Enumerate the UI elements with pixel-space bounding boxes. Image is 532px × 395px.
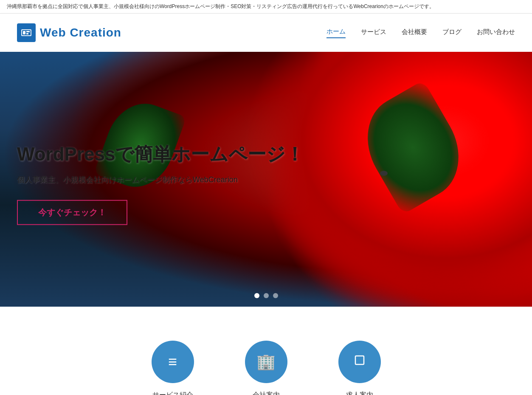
hero-title: WordPressで簡単ホームページ！ <box>17 142 304 166</box>
banner-text: 沖縄県那覇市を拠点に全国対応で個人事業主、小規模会社様向けのWordPressホ… <box>7 3 434 9</box>
feature-service-circle: ≡ <box>152 341 194 383</box>
feature-recruit-icon <box>352 353 367 372</box>
nav-about[interactable]: 会社概要 <box>402 28 427 38</box>
feature-recruit[interactable]: 求人案内 <box>338 341 381 395</box>
nav-service[interactable]: サービス <box>361 28 386 38</box>
logo-icon <box>17 23 36 42</box>
feature-recruit-circle <box>338 341 381 383</box>
top-banner: 沖縄県那覇市を拠点に全国対応で個人事業主、小規模会社様向けのWordPressホ… <box>0 0 532 14</box>
svg-rect-4 <box>26 33 28 34</box>
logo-area[interactable]: Web Creation <box>17 23 121 42</box>
header: Web Creation ホーム サービス 会社概要 ブログ お問い合わせ <box>0 14 532 52</box>
slider-dots <box>254 293 278 298</box>
feature-recruit-label: 求人案内 <box>346 391 373 395</box>
svg-rect-5 <box>355 356 364 364</box>
nav-home[interactable]: ホーム <box>327 28 346 38</box>
hero-cta-button[interactable]: 今すぐチェック！ <box>17 200 127 225</box>
features-section: ≡ サービス紹介 🏢 会社案内 求人案内 <box>0 307 532 395</box>
logo-text: Web Creation <box>40 26 121 40</box>
slider-dot-3[interactable] <box>273 293 278 298</box>
slider-dot-2[interactable] <box>264 293 269 298</box>
hero-subtitle: 個人事業主、小規模会社向けホームページ制作ならWebCrearion <box>17 175 304 185</box>
svg-rect-3 <box>26 31 30 32</box>
hero-content: WordPressで簡単ホームページ！ 個人事業主、小規模会社向けホームページ制… <box>17 142 304 225</box>
feature-service-icon: ≡ <box>168 353 177 371</box>
slider-dot-1[interactable] <box>254 293 259 298</box>
svg-rect-2 <box>23 31 25 34</box>
feature-company-circle: 🏢 <box>245 341 287 383</box>
feature-company[interactable]: 🏢 会社案内 <box>245 341 287 395</box>
main-nav: ホーム サービス 会社概要 ブログ お問い合わせ <box>327 28 515 38</box>
nav-contact[interactable]: お問い合わせ <box>477 28 515 38</box>
feature-service[interactable]: ≡ サービス紹介 <box>152 341 194 395</box>
nav-blog[interactable]: ブログ <box>442 28 462 38</box>
logo-svg <box>20 27 32 39</box>
feature-company-label: 会社案内 <box>253 391 280 395</box>
feature-service-label: サービス紹介 <box>152 391 193 395</box>
features-grid: ≡ サービス紹介 🏢 会社案内 求人案内 <box>17 341 515 395</box>
feature-company-icon: 🏢 <box>256 353 276 371</box>
hero-section: WordPressで簡単ホームページ！ 個人事業主、小規模会社向けホームページ制… <box>0 52 532 307</box>
